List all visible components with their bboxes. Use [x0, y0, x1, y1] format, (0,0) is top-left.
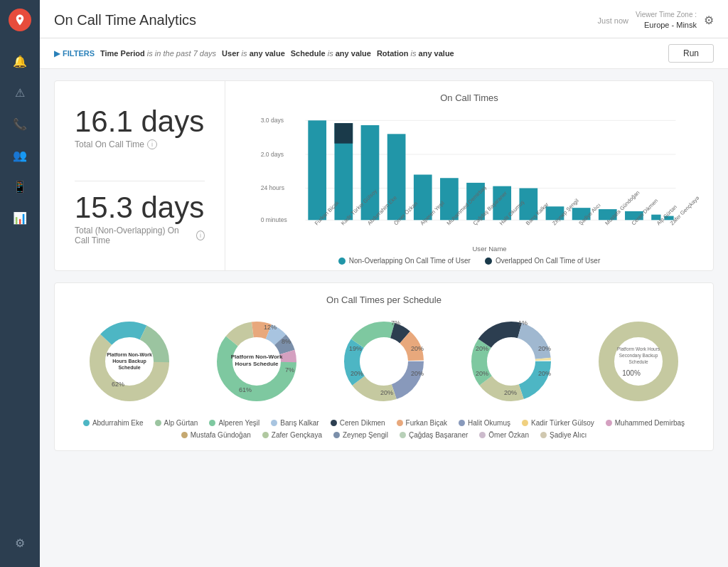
svg-rect-10	[334, 123, 353, 144]
legend-zafer: Zafer Gençkaya	[262, 431, 322, 439]
legend-zeynep-label: Zeynep Şengil	[343, 431, 388, 439]
svg-text:20%: 20%	[476, 370, 488, 377]
donut-workhours-schedule: Platform Work Hours Schedule 1% 20% 20% …	[451, 315, 572, 408]
svg-text:2.0 days: 2.0 days	[261, 151, 284, 158]
svg-text:24 hours: 24 hours	[261, 185, 284, 192]
legend-ceren-label: Ceren Dikmen	[340, 419, 385, 427]
legend-abdurrahim-label: Abdurrahim Eke	[92, 419, 144, 427]
legend-kadir-dot	[522, 420, 528, 426]
legend-muhammed-dot	[606, 420, 612, 426]
bar-chart-title: On Call Times	[240, 92, 699, 103]
svg-text:Platform Work: Platform Work	[492, 354, 531, 361]
legend-mustafa-dot	[181, 432, 188, 438]
filters-toggle[interactable]: ▶ FILTERS	[54, 49, 95, 58]
legend-zafer-label: Zafer Gençkaya	[272, 431, 322, 439]
svg-text:7%: 7%	[285, 366, 294, 373]
svg-text:Hours Backup: Hours Backup	[112, 359, 146, 364]
svg-text:100%: 100%	[623, 369, 641, 377]
phone-icon[interactable]: 📞	[7, 111, 33, 137]
legend-abdurrahim-dot	[83, 420, 90, 426]
svg-text:Secondary Backup: Secondary Backup	[619, 353, 658, 359]
legend-overlap-dot	[485, 258, 492, 265]
legend-non-overlap-label: Non-Overlapping On Call Time of User	[349, 257, 471, 265]
donuts-title: On Call Times per Schedule	[69, 295, 699, 305]
legend-sadiye: Şadiye Alıcı	[540, 431, 587, 439]
svg-text:Schedule: Schedule	[629, 359, 648, 364]
legend-alperen: Alperen Yeşil	[209, 419, 259, 427]
kpi-total-oncall-value: 16.1 days	[75, 107, 205, 137]
kpi-non-overlap-label: Total (Non-Overlapping) On Call Time i	[75, 226, 205, 245]
legend-mustafa: Mustafa Gündoğan	[181, 431, 251, 439]
settings-icon[interactable]: ⚙	[7, 530, 33, 556]
donut-nonwork-schedule: Platform Non-Work Hours Schedule 12% 8% …	[196, 315, 316, 408]
legend-omer-label: Ömer Özkan	[488, 431, 529, 439]
legend-kadir-label: Kadir Türker Gülsoy	[531, 419, 594, 427]
legend-mustafa-label: Mustafa Gündoğan	[191, 431, 251, 439]
content-area: 16.1 days Total On Call Time i 15.3 days…	[40, 69, 728, 567]
svg-text:20%: 20%	[411, 370, 424, 377]
svg-text:7%: 7%	[391, 319, 400, 327]
legend-ceren-dot	[331, 420, 337, 426]
svg-text:3.0 days: 3.0 days	[261, 117, 284, 124]
run-button[interactable]: Run	[668, 44, 714, 63]
chart-icon[interactable]: 📊	[7, 205, 33, 230]
legend-furkan-dot	[397, 420, 403, 426]
svg-text:12%: 12%	[264, 324, 277, 331]
svg-text:8%: 8%	[282, 338, 291, 345]
svg-text:Hours Schedule: Hours Schedule	[490, 361, 533, 368]
donut-secondary-backup: Platform Work Hours Secondary Backup Sch…	[579, 315, 699, 408]
legend-zafer-dot	[262, 432, 269, 438]
filter-user: User is any value	[222, 49, 285, 58]
filter-time-period: Time Period is in the past 7 days	[100, 49, 216, 58]
svg-text:20%: 20%	[504, 389, 517, 396]
svg-text:61%: 61%	[239, 386, 252, 393]
kpi-oncall-info-icon[interactable]: i	[147, 139, 157, 149]
legend-furkan-label: Furkan Biçak	[406, 419, 447, 427]
bar-chart-legend: Non-Overlapping On Call Time of User Ove…	[240, 257, 699, 265]
filter-bar: ▶ FILTERS Time Period is in the past 7 d…	[40, 38, 728, 69]
app-logo[interactable]	[9, 9, 31, 31]
viewer-timezone: Viewer Time Zone : Europe - Minsk	[636, 10, 697, 31]
legend-sadiye-dot	[540, 432, 547, 438]
legend-baris-dot	[271, 420, 277, 426]
bell-icon[interactable]: 🔔	[7, 48, 33, 74]
legend-overlap-label: Overlapped On Call Time of User	[496, 257, 600, 265]
settings-gear-icon[interactable]: ⚙	[704, 14, 714, 27]
device-icon[interactable]: 📱	[7, 174, 33, 199]
svg-text:Deployment: Deployment	[368, 361, 400, 368]
donut-secondary-svg: Platform Work Hours Secondary Backup Sch…	[592, 315, 685, 408]
legend-furkan: Furkan Biçak	[397, 419, 447, 427]
svg-text:62%: 62%	[112, 381, 124, 388]
alert-icon[interactable]: ⚠	[7, 80, 33, 105]
svg-text:20%: 20%	[380, 389, 393, 396]
timestamp: Just now	[598, 16, 628, 25]
legend-alp-label: Alp Gürtan	[164, 419, 198, 427]
legend-halit-dot	[459, 420, 465, 426]
legend-alperen-dot	[209, 420, 215, 426]
svg-text:20%: 20%	[476, 345, 488, 352]
legend-zeynep-dot	[333, 432, 340, 438]
legend-cagdas: Çağdaş Başaraner	[400, 431, 468, 439]
donuts-section: On Call Times per Schedule Platform Non-…	[54, 282, 714, 451]
legend-ceren: Ceren Dikmen	[331, 419, 385, 427]
filters-label: FILTERS	[63, 49, 95, 58]
svg-text:Platform Non-Work: Platform Non-Work	[230, 354, 282, 360]
sidebar: 🔔 ⚠ 📞 👥 📱 📊 ⚙	[0, 0, 40, 567]
team-icon[interactable]: 👥	[7, 142, 33, 168]
donut-nonwork-svg: Platform Non-Work Hours Schedule 12% 8% …	[210, 315, 303, 408]
donut-workhours-svg: Platform Work Hours Schedule 1% 20% 20% …	[465, 315, 557, 408]
bar-chart-svg: 3.0 days 2.0 days 24 hours 0 minutes	[240, 110, 699, 253]
donut-backup-svg: Platform Non-Work Hours Backup Schedule …	[83, 315, 176, 408]
kpi-nonoverlap-info-icon[interactable]: i	[196, 230, 205, 240]
page-title: On Call Time Analytics	[54, 12, 196, 28]
svg-text:Schedule: Schedule	[118, 365, 140, 370]
svg-text:Platform Work Hours: Platform Work Hours	[617, 346, 660, 351]
donuts-legend: Abdurrahim Eke Alp Gürtan Alperen Yeşil …	[69, 419, 699, 439]
legend-abdurrahim: Abdurrahim Eke	[83, 419, 144, 427]
donut-backup-schedule: Platform Non-Work Hours Backup Schedule …	[69, 315, 189, 408]
legend-halit-label: Halit Okumuş	[468, 419, 510, 427]
legend-alp: Alp Gürtan	[155, 419, 198, 427]
svg-text:20%: 20%	[350, 370, 363, 377]
legend-cagdas-dot	[400, 432, 406, 438]
top-section: 16.1 days Total On Call Time i 15.3 days…	[54, 80, 714, 271]
